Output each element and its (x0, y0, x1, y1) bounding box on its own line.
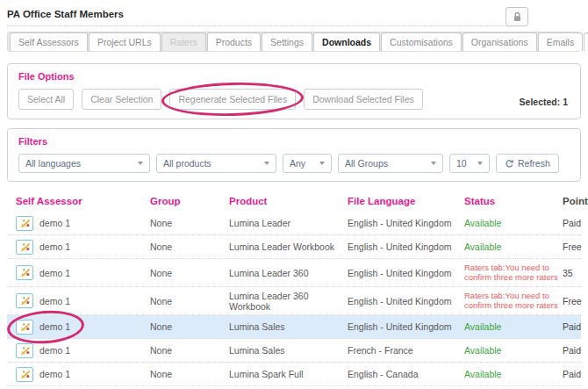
status-cell: Available (464, 241, 563, 252)
product-cell: Lumina Leader (229, 218, 348, 228)
filter-row: All languagesAll productsAnyAll Groups10… (18, 154, 570, 173)
downloads-table: Self AssessorGroupProductFile LanguageSt… (7, 191, 581, 386)
refresh-label: Refresh (518, 158, 550, 169)
tab-downloads[interactable]: Downloads (313, 32, 380, 51)
points-cell: 35 (563, 268, 573, 278)
lumina-splash-file-icon[interactable] (16, 265, 33, 280)
filter-dropdown-all-products[interactable]: All products (156, 154, 276, 173)
assessor-name: demo 1 (39, 296, 70, 306)
group-cell: None (150, 369, 229, 379)
file-language-cell: French - France (348, 345, 464, 356)
group-cell: None (150, 241, 229, 252)
filter-dropdown-any[interactable]: Any (283, 154, 332, 173)
tab-project-urls[interactable]: Project URLs (89, 32, 161, 51)
dropdown-value: All Groups (345, 158, 388, 169)
filters-panel: Filters All languagesAll productsAnyAll … (7, 128, 581, 182)
tab-bar: Self AssessorsProject URLsRatersProducts… (7, 32, 581, 52)
table-row[interactable]: demo 1 None Lumina Sales English - Unite… (7, 315, 581, 339)
tab-products[interactable]: Products (207, 32, 261, 51)
assessor-name: demo 1 (39, 218, 70, 228)
column-header-self-assessor: Self Assessor (16, 196, 150, 206)
lumina-splash-file-icon[interactable] (16, 320, 33, 335)
regenerate-selected-files-button[interactable]: Regenerate Selected Files (169, 89, 296, 110)
table-row[interactable]: demo 1 None Lumina Leader English - Unit… (7, 212, 581, 235)
table-header-row: Self AssessorGroupProductFile LanguageSt… (7, 191, 581, 212)
filter-dropdown-10[interactable]: 10 (449, 154, 490, 173)
file-options-heading: File Options (18, 71, 570, 82)
status-cell: Raters tab:You need to confirm three mor… (464, 292, 563, 310)
product-cell: Lumina Leader 360 (229, 268, 348, 278)
chevron-down-icon (264, 162, 269, 165)
self-assessor-cell: demo 1 (16, 293, 150, 308)
download-selected-files-button[interactable]: Download Selected Files (304, 89, 423, 110)
table-row[interactable]: demo 1 None Lumina Leader 360 Workbook E… (7, 287, 581, 315)
assessor-name: demo 1 (39, 321, 70, 332)
tab-raters[interactable]: Raters (161, 32, 206, 51)
status-cell: Available (464, 321, 563, 332)
tab-emails[interactable]: Emails (538, 32, 584, 51)
status-cell: Available (464, 218, 563, 228)
lumina-splash-file-icon[interactable] (16, 343, 33, 358)
dropdown-value: Any (290, 158, 305, 169)
tab-privacy-settings[interactable]: Privacy Settings (584, 32, 588, 51)
self-assessor-cell: demo 1 (16, 343, 150, 358)
column-header-product: Product (229, 196, 348, 206)
assessor-name: demo 1 (39, 241, 70, 252)
group-cell: None (150, 321, 229, 332)
column-header-group: Group (150, 196, 229, 206)
file-language-cell: English - United Kingdom (348, 241, 464, 252)
lumina-splash-file-icon[interactable] (16, 367, 33, 382)
product-cell: Lumina Leader Workbook (229, 241, 348, 252)
status-cell: Available (464, 345, 563, 356)
column-header-status: Status (464, 196, 563, 206)
tab-self-assessors[interactable]: Self Assessors (10, 32, 88, 51)
lock-icon (513, 11, 522, 22)
table-row[interactable]: demo 1 None Lumina Sales French - France… (7, 339, 581, 363)
filter-dropdown-all-languages[interactable]: All languages (18, 154, 150, 173)
lock-button[interactable] (506, 7, 528, 26)
downloads-page: PA Office Staff Members Self AssessorsPr… (0, 0, 588, 389)
status-cell: Available (464, 369, 563, 379)
filters-heading: Filters (18, 136, 570, 147)
self-assessor-cell: demo 1 (16, 240, 150, 255)
table-row[interactable]: demo 1 None Lumina Leader Workbook Engli… (7, 235, 581, 259)
group-cell: None (150, 218, 229, 228)
tab-organisations[interactable]: Organisations (463, 32, 537, 51)
table-body: demo 1 None Lumina Leader English - Unit… (7, 212, 581, 386)
filter-dropdown-all-groups[interactable]: All Groups (338, 154, 443, 173)
refresh-button[interactable]: Refresh (496, 154, 559, 173)
chevron-down-icon (431, 162, 436, 165)
chevron-down-icon (319, 162, 325, 165)
dropdown-value: All languages (25, 158, 81, 169)
file-language-cell: English - United Kingdom (348, 296, 464, 306)
self-assessor-cell: demo 1 (16, 320, 150, 335)
group-cell: None (150, 268, 229, 278)
file-language-cell: English - Canada (348, 369, 464, 379)
file-options-panel: File Options Select AllClear SelectionRe… (7, 63, 581, 119)
chevron-down-icon (477, 162, 483, 165)
page-title: PA Office Staff Members (7, 7, 581, 19)
points-cell: Paid (563, 321, 581, 332)
select-all-button[interactable]: Select All (18, 89, 74, 110)
product-cell: Lumina Sales (229, 345, 348, 356)
points-cell: Paid (563, 218, 581, 228)
points-cell: Free (563, 241, 582, 252)
clear-selection-button[interactable]: Clear Selection (82, 89, 161, 110)
file-language-cell: English - United Kingdom (348, 268, 464, 278)
lumina-splash-file-icon[interactable] (16, 240, 33, 255)
group-cell: None (150, 296, 229, 306)
tab-customisations[interactable]: Customisations (381, 32, 462, 51)
table-row[interactable]: demo 1 None Lumina Spark Full English - … (7, 363, 581, 386)
tab-settings[interactable]: Settings (262, 32, 312, 51)
file-language-cell: English - United Kingdom (348, 218, 464, 228)
dropdown-value: 10 (456, 158, 467, 169)
lumina-splash-file-icon[interactable] (16, 216, 33, 231)
header-divider (7, 25, 527, 26)
assessor-name: demo 1 (39, 268, 70, 278)
points-cell: Paid (563, 369, 581, 379)
table-row[interactable]: demo 1 None Lumina Leader 360 English - … (7, 259, 581, 287)
product-cell: Lumina Spark Full (229, 369, 348, 379)
column-header-points: Points (563, 196, 588, 206)
lumina-splash-file-icon[interactable] (16, 293, 33, 308)
self-assessor-cell: demo 1 (16, 367, 150, 382)
